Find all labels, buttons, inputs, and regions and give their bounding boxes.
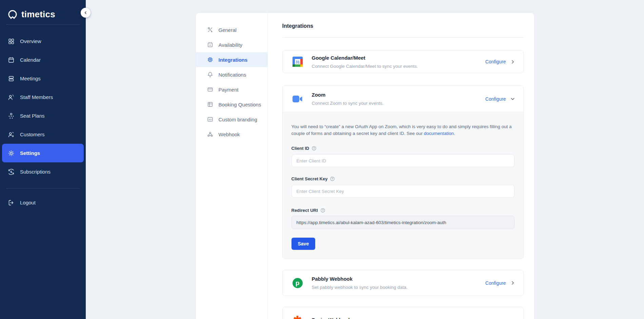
sidebar-item-label: Settings <box>20 150 40 156</box>
client-id-input[interactable] <box>291 154 515 167</box>
integration-card-zapier: ✱ Zapier Webhook <box>282 307 524 319</box>
chevron-right-icon <box>510 59 515 64</box>
tab-payment[interactable]: Payment <box>196 82 267 97</box>
calendar-minus-icon <box>207 41 214 48</box>
tab-booking-questions[interactable]: Booking Questions <box>196 97 267 112</box>
sidebar-item-staff-members[interactable]: Staff Members <box>2 88 84 106</box>
tab-label: Availability <box>219 42 243 48</box>
sidebar-footer: Logout <box>0 186 86 212</box>
settings-card: General Availability Inte <box>196 13 534 319</box>
gear-icon <box>7 149 15 157</box>
integration-title: Zapier Webhook <box>312 317 515 319</box>
page-title: Integrations <box>282 23 524 29</box>
help-icon[interactable] <box>311 146 317 151</box>
help-icon[interactable] <box>320 208 325 213</box>
sidebar-item-overview[interactable]: Overview <box>2 32 84 51</box>
chevron-right-icon <box>510 280 515 285</box>
pabbly-logo-letter: p <box>293 278 303 288</box>
field-label-text: Redirect URI <box>291 208 318 213</box>
meetings-icon <box>7 75 15 82</box>
main-area: General Availability Inte <box>86 0 644 319</box>
tab-label: General <box>219 27 237 33</box>
field-label-text: Client ID <box>291 146 309 151</box>
pabbly-logo-icon: p <box>292 278 303 288</box>
sidebar-item-label: Seat Plans <box>20 113 45 119</box>
tools-icon <box>207 26 214 33</box>
chevron-down-icon <box>510 96 515 101</box>
sidebar-item-label: Calendar <box>20 57 41 63</box>
zoom-help-text-body: You will need to “create” a new OAuth Ap… <box>291 124 512 136</box>
zapier-logo-icon: ✱ <box>292 315 303 319</box>
redirect-uri-field[interactable] <box>291 216 515 229</box>
tab-label: Notifications <box>219 72 246 78</box>
layout-icon <box>207 101 214 108</box>
integration-title: Google Calendar/Meet <box>312 55 485 61</box>
tab-custom-branding[interactable]: Custom branding <box>196 112 267 127</box>
webhook-icon <box>207 131 214 138</box>
brand-name: timetics <box>21 9 55 20</box>
app-root: timetics Overview Calendar <box>0 0 644 319</box>
logout-label: Logout <box>20 200 36 205</box>
staff-icon <box>7 94 15 101</box>
documentation-link[interactable]: documentation. <box>424 131 455 136</box>
sidebar-item-settings[interactable]: Settings <box>2 144 84 162</box>
zoom-video-icon <box>292 94 303 104</box>
dollar-refresh-icon: $ <box>7 168 15 176</box>
spacer <box>282 296 524 307</box>
integration-description: Set pabbly webhook to sync your booking … <box>312 285 485 290</box>
tab-availability[interactable]: Availability <box>196 37 267 52</box>
google-configure-button[interactable]: Configure <box>485 59 515 64</box>
integrations-panel: Integrations 31 <box>268 13 534 319</box>
logout-button[interactable]: Logout <box>2 193 84 212</box>
sidebar-nav: Overview Calendar Meetings <box>0 25 86 181</box>
tab-general[interactable]: General <box>196 22 267 37</box>
sidebar-item-meetings[interactable]: Meetings <box>2 69 84 88</box>
integration-description: Connect Google Calendar/Meet to sync you… <box>312 64 485 69</box>
sidebar-item-seat-plans[interactable]: Seat Plans <box>2 106 84 125</box>
integration-card-zoom: Zoom Connect Zoom to sync your events. C… <box>282 85 524 259</box>
pabbly-configure-button[interactable]: Configure <box>485 280 515 286</box>
tab-label: Integrations <box>219 57 248 63</box>
google-calendar-icon: 31 <box>292 56 303 67</box>
client-secret-input[interactable] <box>291 185 515 198</box>
spacer <box>282 73 524 85</box>
settings-nav: General Availability Inte <box>196 13 268 319</box>
redirect-uri-label: Redirect URI <box>291 208 515 213</box>
sidebar-item-subscriptions[interactable]: $ Subscriptions <box>2 162 84 181</box>
seat-plans-icon <box>7 112 15 120</box>
sidebar-item-label: Staff Members <box>20 94 53 100</box>
sidebar-item-label: Overview <box>20 38 41 44</box>
help-icon[interactable] <box>330 176 335 181</box>
tab-label: Custom branding <box>219 117 257 122</box>
field-label-text: Client Secret Key <box>291 176 328 181</box>
credit-card-icon <box>207 86 214 93</box>
client-id-label: Client ID <box>291 146 515 151</box>
sidebar: timetics Overview Calendar <box>0 0 86 319</box>
tab-notifications[interactable]: Notifications <box>196 67 267 82</box>
tab-label: Payment <box>219 87 239 93</box>
sidebar-item-label: Customers <box>20 132 45 137</box>
sidebar-item-calendar[interactable]: Calendar <box>2 51 84 69</box>
integration-description: Connect Zoom to sync your events. <box>312 101 485 106</box>
integration-card-pabbly: p Pabbly Webhook Set pabbly webhook to s… <box>282 270 524 296</box>
svg-text:$: $ <box>10 170 12 174</box>
tab-label: Webhook <box>219 132 240 137</box>
window-code-icon <box>207 116 214 123</box>
zoom-configure-button[interactable]: Configure <box>485 96 515 102</box>
sidebar-item-label: Subscriptions <box>20 169 51 175</box>
sidebar-divider <box>6 188 80 188</box>
tab-webhook[interactable]: Webhook <box>196 127 267 142</box>
sidebar-item-customers[interactable]: Customers <box>2 125 84 144</box>
configure-label: Configure <box>485 59 506 64</box>
integration-card-google: 31 Google Calendar/Meet Connect Google C… <box>282 50 524 73</box>
tab-integrations[interactable]: Integrations <box>196 52 267 67</box>
integration-title: Zoom <box>312 92 485 98</box>
spacer <box>282 259 524 270</box>
grid-icon <box>7 38 15 45</box>
calendar-icon <box>7 56 15 64</box>
integration-title: Pabbly Webhook <box>312 276 485 282</box>
save-button[interactable]: Save <box>291 238 316 250</box>
sidebar-item-label: Meetings <box>20 76 41 81</box>
configure-label: Configure <box>485 280 506 286</box>
client-secret-label: Client Secret Key <box>291 176 515 181</box>
